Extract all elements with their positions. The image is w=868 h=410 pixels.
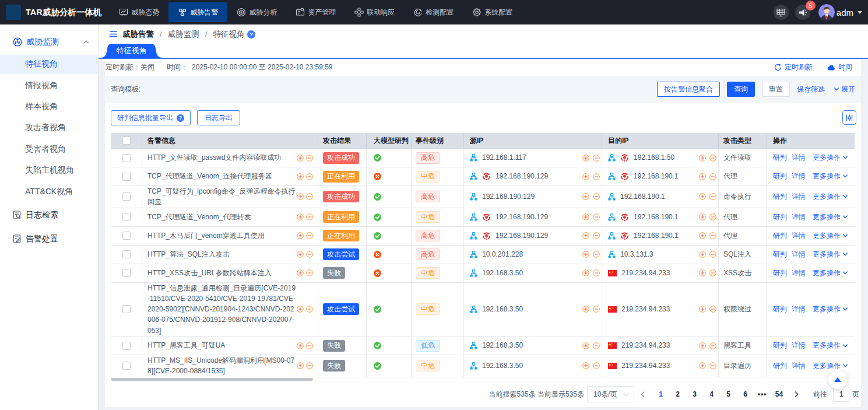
- sidebar-subitem[interactable]: 失陷主机视角: [0, 160, 98, 181]
- detail-link[interactable]: 详情: [792, 304, 806, 314]
- minus-circle-icon[interactable]: [306, 251, 313, 258]
- detail-link[interactable]: 详情: [792, 268, 806, 278]
- plus-circle-icon[interactable]: [582, 269, 589, 276]
- plus-circle-icon[interactable]: [699, 213, 706, 220]
- row-checkbox[interactable]: [122, 213, 131, 221]
- row-checkbox[interactable]: [122, 362, 131, 370]
- plus-circle-icon[interactable]: [582, 213, 589, 220]
- judge-link[interactable]: 研判: [773, 268, 787, 278]
- plus-circle-icon[interactable]: [699, 251, 706, 258]
- screen-button[interactable]: [774, 5, 789, 20]
- detail-link[interactable]: 详情: [792, 230, 806, 241]
- alert-name[interactable]: HTTP_XSS攻击_URL参数跨站脚本注入: [147, 268, 297, 278]
- src-ip[interactable]: 192.168.190.129: [496, 171, 548, 181]
- plus-circle-icon[interactable]: [699, 155, 706, 162]
- minus-circle-icon[interactable]: [709, 213, 716, 220]
- prev-page-button[interactable]: [635, 391, 651, 398]
- detail-link[interactable]: 详情: [792, 340, 806, 351]
- minus-circle-icon[interactable]: [593, 155, 600, 162]
- more-actions-link[interactable]: 更多操作: [813, 304, 848, 314]
- minus-circle-icon[interactable]: [709, 251, 716, 258]
- menu-icon[interactable]: [110, 31, 117, 37]
- page-size-select[interactable]: 10条/页: [587, 386, 634, 402]
- row-checkbox[interactable]: [122, 232, 131, 240]
- dst-ip[interactable]: 192.168.1.50: [634, 152, 674, 163]
- minus-circle-icon[interactable]: [593, 306, 600, 313]
- topnav-item[interactable]: 系统配置: [463, 2, 522, 22]
- minus-circle-icon[interactable]: [593, 251, 600, 258]
- minus-circle-icon[interactable]: [306, 306, 313, 313]
- row-checkbox[interactable]: [122, 305, 131, 313]
- minus-circle-icon[interactable]: [306, 213, 313, 220]
- plus-circle-icon[interactable]: [297, 251, 304, 258]
- minus-circle-icon[interactable]: [593, 193, 600, 200]
- page-number[interactable]: 3: [686, 390, 703, 398]
- tab-feature-view[interactable]: 特征视角: [100, 44, 163, 58]
- dst-ip[interactable]: 10.3.131.3: [620, 249, 653, 260]
- detail-link[interactable]: 详情: [792, 171, 806, 181]
- sidebar-subitem[interactable]: 攻击者视角: [0, 117, 98, 138]
- plus-circle-icon[interactable]: [297, 213, 304, 220]
- row-checkbox[interactable]: [122, 154, 131, 162]
- topnav-item[interactable]: 威胁告警: [168, 2, 227, 22]
- minus-circle-icon[interactable]: [709, 155, 716, 162]
- minus-circle-icon[interactable]: [593, 173, 600, 180]
- more-actions-link[interactable]: 更多操作: [813, 212, 848, 222]
- page-number[interactable]: 1: [652, 390, 669, 398]
- topnav-item[interactable]: 威胁分析: [227, 2, 286, 22]
- dst-ip[interactable]: 192.168.190.1: [620, 191, 665, 202]
- judge-link[interactable]: 研判: [773, 230, 787, 241]
- judge-link[interactable]: 研判: [773, 304, 787, 314]
- detail-link[interactable]: 详情: [792, 360, 806, 371]
- judge-link[interactable]: 研判: [773, 152, 787, 163]
- judge-link[interactable]: 研判: [773, 249, 787, 260]
- sidebar-group-threat-monitor[interactable]: 威胁监测: [0, 30, 98, 54]
- plus-circle-icon[interactable]: [699, 173, 706, 180]
- more-actions-link[interactable]: 更多操作: [813, 268, 848, 278]
- row-checkbox[interactable]: [122, 269, 131, 277]
- user-caret-icon[interactable]: [858, 11, 862, 14]
- plus-circle-icon[interactable]: [582, 362, 589, 369]
- judge-link[interactable]: 研判: [773, 191, 787, 202]
- alert-name[interactable]: HTTP_文件读取_passwd文件内容读取成功: [147, 152, 297, 163]
- plus-circle-icon[interactable]: [582, 306, 589, 313]
- plus-circle-icon[interactable]: [297, 342, 304, 349]
- minus-circle-icon[interactable]: [709, 306, 716, 313]
- minus-circle-icon[interactable]: [306, 269, 313, 276]
- judge-link[interactable]: 研判: [773, 171, 787, 181]
- goto-page-input[interactable]: [833, 387, 849, 402]
- dst-ip[interactable]: 219.234.94.233: [621, 340, 670, 351]
- topnav-item[interactable]: 联动响应: [345, 2, 404, 22]
- judge-link[interactable]: 研判: [773, 212, 787, 222]
- breadcrumb-item[interactable]: 威胁告警: [122, 29, 154, 40]
- src-ip[interactable]: 192.168.190.129: [496, 212, 548, 222]
- detail-link[interactable]: 详情: [792, 191, 806, 202]
- minus-circle-icon[interactable]: [709, 269, 716, 276]
- next-page-button[interactable]: [788, 391, 804, 398]
- src-ip[interactable]: 192.168.1.117: [482, 152, 526, 163]
- username[interactable]: adm: [837, 8, 853, 17]
- select-all-checkbox[interactable]: [122, 136, 131, 145]
- alert-name[interactable]: HTTP_MS_IIS_Unicode解码漏洞利用[MS00-078][CVE-…: [147, 355, 297, 377]
- dst-ip[interactable]: 192.168.190.1: [634, 212, 679, 222]
- dst-ip[interactable]: 192.168.190.1: [634, 171, 679, 181]
- plus-circle-icon[interactable]: [582, 342, 589, 349]
- sidebar-item-alert-handle[interactable]: 告警处置: [0, 228, 98, 250]
- plus-circle-icon[interactable]: [699, 269, 706, 276]
- page-number[interactable]: 4: [703, 390, 720, 398]
- time-button[interactable]: 时间: [827, 62, 852, 72]
- horizontal-scrollbar[interactable]: [111, 378, 313, 381]
- minus-circle-icon[interactable]: [306, 232, 313, 239]
- more-actions-link[interactable]: 更多操作: [813, 171, 848, 181]
- sidebar-subitem[interactable]: 特征视角: [0, 54, 98, 75]
- export-judgment-button[interactable]: 研判信息批量导出 ?: [111, 110, 191, 125]
- plus-circle-icon[interactable]: [582, 193, 589, 200]
- alert-name[interactable]: TCP_代理隧道_Venom_代理转发: [147, 212, 297, 222]
- plus-circle-icon[interactable]: [582, 173, 589, 180]
- alert-name[interactable]: HTTP_黑客工具_可疑UA: [147, 340, 297, 351]
- more-actions-link[interactable]: 更多操作: [813, 340, 848, 351]
- plus-circle-icon[interactable]: [582, 155, 589, 162]
- plus-circle-icon[interactable]: [582, 232, 589, 239]
- alert-name[interactable]: HTTP_算法_SQL注入攻击: [147, 249, 297, 260]
- reset-button[interactable]: 重置: [762, 82, 790, 97]
